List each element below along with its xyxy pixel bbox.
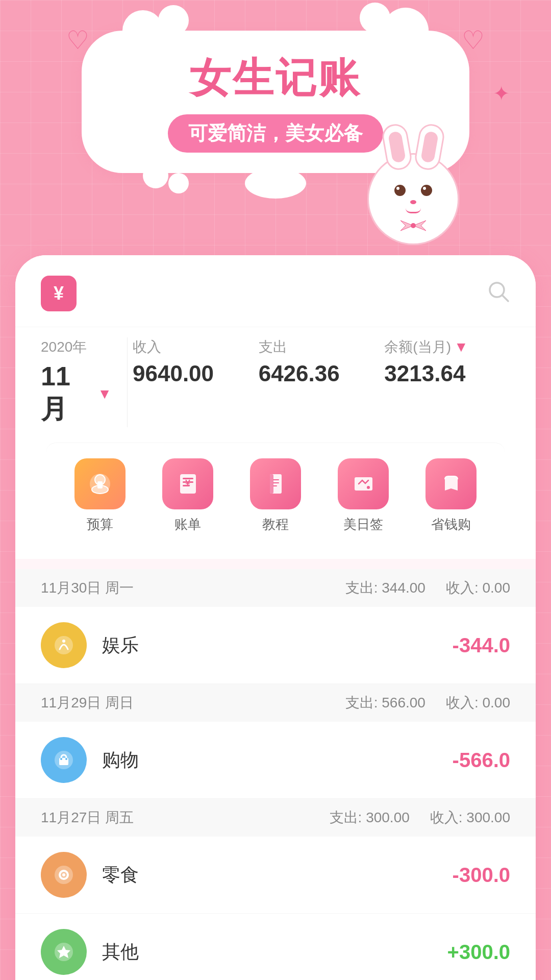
expense-nov30: 支出: 344.00 — [345, 578, 425, 598]
date-header-nov30: 11月30日 周一 支出: 344.00 收入: 0.00 — [15, 569, 536, 607]
transaction-other[interactable]: 其他 +300.0 — [15, 914, 536, 980]
date-header-nov29: 11月29日 周日 支出: 566.00 收入: 0.00 — [15, 684, 536, 722]
summary-nov27: 支出: 300.00 收入: 300.00 — [330, 808, 510, 827]
category-row: 预算 ¥ 账单 — [46, 443, 505, 549]
other-icon — [41, 929, 87, 975]
top-banner: ♡ ♡ ✦ 女生记账 可爱简洁，美女必备 — [0, 0, 551, 245]
income-label: 收入 — [133, 337, 259, 357]
summary-nov30: 支出: 344.00 收入: 0.00 — [345, 578, 510, 598]
expense-value: 6426.36 — [259, 361, 385, 386]
category-tutorial[interactable]: 教程 — [250, 458, 301, 533]
income-block: 收入 9640.00 — [133, 337, 259, 427]
svg-rect-14 — [273, 479, 279, 480]
transaction-snack[interactable]: 零食 -300.0 — [15, 837, 536, 914]
balance-dropdown-arrow[interactable]: ▼ — [454, 339, 468, 355]
heart-right-icon: ♡ — [462, 26, 485, 55]
svg-rect-13 — [270, 474, 273, 494]
month-value: 11月 — [41, 361, 93, 427]
svg-point-24 — [65, 758, 67, 760]
star-icon: ✦ — [493, 82, 510, 105]
summary-nov29: 支出: 566.00 收入: 0.00 — [345, 693, 510, 713]
svg-point-23 — [60, 758, 62, 760]
entertainment-amount: -344.0 — [453, 634, 510, 657]
budget-label: 预算 — [87, 516, 113, 533]
cloud-bubble: 女生记账 可爱简洁，美女必备 — [82, 31, 469, 173]
shopping-name: 购物 — [102, 748, 453, 773]
year-label: 2020年 — [41, 337, 112, 357]
tutorial-icon — [250, 458, 301, 509]
income-value: 9640.00 — [133, 361, 259, 386]
category-save[interactable]: 省钱购 — [425, 458, 477, 533]
bunny-mascot — [367, 153, 469, 255]
svg-point-28 — [62, 873, 65, 876]
snack-name: 零食 — [102, 863, 453, 888]
entertainment-icon — [41, 622, 87, 668]
app-subtitle: 可爱简洁，美女必备 — [168, 114, 383, 153]
entertainment-name: 娱乐 — [102, 633, 453, 658]
diary-icon — [338, 458, 389, 509]
save-icon — [425, 458, 477, 509]
date-nov27: 11月27日 周五 — [41, 808, 134, 827]
transaction-list: 11月30日 周一 支出: 344.00 收入: 0.00 娱乐 -344.0 — [15, 569, 536, 980]
svg-line-2 — [502, 295, 508, 301]
snack-icon — [41, 852, 87, 898]
balance-label: 余额(当月) — [384, 337, 451, 357]
income-nov29: 收入: 0.00 — [446, 693, 510, 713]
bill-icon: ¥ — [162, 458, 213, 509]
tutorial-label: 教程 — [262, 516, 289, 533]
snack-amount: -300.0 — [453, 864, 510, 887]
transaction-entertainment[interactable]: 娱乐 -344.0 — [15, 607, 536, 684]
svg-point-20 — [62, 640, 65, 643]
app-header: ¥ — [15, 255, 536, 327]
budget-icon — [74, 458, 126, 509]
save-label: 省钱购 — [431, 516, 471, 533]
app-logo: ¥ — [41, 276, 77, 311]
income-nov30: 收入: 0.00 — [446, 578, 510, 598]
category-diary[interactable]: 美日签 — [338, 458, 389, 533]
expense-nov29: 支出: 566.00 — [345, 693, 425, 713]
expense-block: 支出 6426.36 — [259, 337, 385, 427]
svg-rect-6 — [97, 481, 103, 488]
income-nov27: 收入: 300.00 — [430, 808, 510, 827]
month-dropdown-arrow[interactable]: ▼ — [97, 386, 112, 402]
search-icon[interactable] — [486, 279, 510, 309]
stats-section: 2020年 11月 ▼ 收入 9640.00 支出 6426.36 余额(当月)… — [15, 327, 536, 443]
balance-value: 3213.64 — [384, 361, 510, 386]
svg-rect-17 — [355, 477, 372, 491]
app-title: 女生记账 — [122, 51, 429, 106]
transaction-shopping[interactable]: 购物 -566.0 — [15, 722, 536, 799]
bill-label: 账单 — [174, 516, 201, 533]
diary-label: 美日签 — [343, 516, 383, 533]
shopping-amount: -566.0 — [453, 749, 510, 772]
heart-left-icon: ♡ — [66, 26, 89, 55]
balance-block: 余额(当月) ▼ 3213.64 — [384, 337, 510, 427]
category-budget[interactable]: 预算 — [74, 458, 126, 533]
other-amount: +300.0 — [447, 941, 510, 964]
app-card: ¥ 2020年 11月 ▼ 收入 9640.00 — [15, 255, 536, 980]
svg-rect-16 — [273, 485, 277, 486]
date-header-nov27: 11月27日 周五 支出: 300.00 收入: 300.00 — [15, 799, 536, 837]
svg-point-0 — [411, 223, 416, 228]
svg-point-18 — [367, 486, 370, 489]
svg-rect-15 — [273, 482, 279, 483]
category-bill[interactable]: ¥ 账单 — [162, 458, 213, 533]
expense-label: 支出 — [259, 337, 385, 357]
date-nov30: 11月30日 周一 — [41, 578, 134, 598]
other-name: 其他 — [102, 940, 447, 965]
expense-nov27: 支出: 300.00 — [330, 808, 410, 827]
svg-text:¥: ¥ — [185, 478, 190, 488]
date-block[interactable]: 2020年 11月 ▼ — [41, 337, 128, 427]
shopping-icon — [41, 737, 87, 783]
date-nov29: 11月29日 周日 — [41, 693, 134, 713]
